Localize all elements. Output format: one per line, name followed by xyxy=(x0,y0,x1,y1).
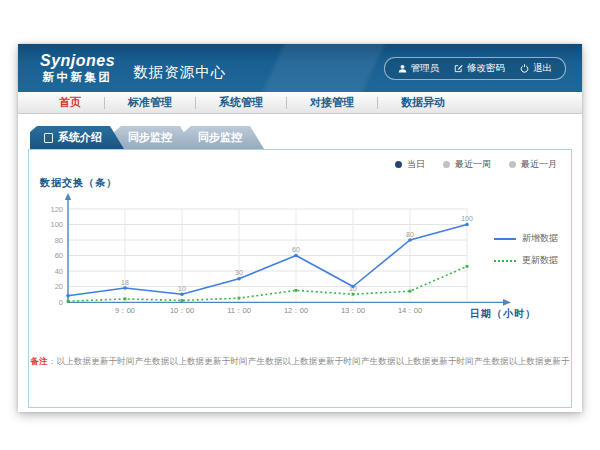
svg-text:10: 10 xyxy=(178,285,186,292)
svg-text:13：00: 13：00 xyxy=(341,306,365,315)
document-icon xyxy=(44,133,53,143)
nav-item-home[interactable]: 首页 xyxy=(36,95,104,110)
svg-text:11：00: 11：00 xyxy=(227,306,251,315)
user-icon xyxy=(398,64,407,73)
user-label: 管理员 xyxy=(411,62,440,75)
logo-cn-text: 新中新集团 xyxy=(40,71,115,83)
edit-icon xyxy=(454,64,463,73)
svg-text:40: 40 xyxy=(55,267,63,276)
nav-item-data-change[interactable]: 数据异动 xyxy=(378,95,468,110)
tab-sync-monitor-1[interactable]: 同步监控 xyxy=(114,126,194,149)
svg-text:10: 10 xyxy=(349,285,357,292)
svg-text:80: 80 xyxy=(55,236,63,245)
svg-text:60: 60 xyxy=(55,251,63,260)
radio-last-week[interactable]: 最近一周 xyxy=(443,158,491,171)
company-logo: Synjones 新中新集团 xyxy=(40,53,115,84)
tab-label: 系统介绍 xyxy=(58,130,102,145)
svg-text:0: 0 xyxy=(59,298,63,307)
legend-label: 更新数据 xyxy=(522,254,558,267)
svg-text:9：00: 9：00 xyxy=(115,306,135,315)
radio-label: 最近一周 xyxy=(455,158,491,171)
radio-today[interactable]: 当日 xyxy=(395,158,425,171)
radio-label: 当日 xyxy=(407,158,425,171)
radio-dot-icon xyxy=(395,161,402,168)
legend-item-updated-data[interactable]: 更新数据 xyxy=(494,254,558,267)
nav-item-system-mgmt[interactable]: 系统管理 xyxy=(196,95,286,110)
radio-dot-icon xyxy=(509,161,516,168)
footnote: 备注：以上数据更新于时间产生数据以上数据更新于时间产生数据以上数据更新于时间产生… xyxy=(29,356,571,368)
footnote-label: 备注 xyxy=(30,356,47,366)
svg-text:30: 30 xyxy=(235,269,243,276)
tab-sync-monitor-2[interactable]: 同步监控 xyxy=(184,126,264,149)
svg-text:120: 120 xyxy=(50,205,63,214)
chart-x-axis-title: 日期（小时） xyxy=(470,307,536,321)
svg-text:100: 100 xyxy=(461,215,473,222)
svg-text:20: 20 xyxy=(55,282,63,291)
page-title: 数据资源中心 xyxy=(133,63,226,82)
svg-text:14：00: 14：00 xyxy=(398,306,422,315)
logout-button[interactable]: 退出 xyxy=(520,62,552,75)
tab-system-intro[interactable]: 系统介绍 xyxy=(30,126,124,149)
radio-label: 最近一月 xyxy=(521,158,557,171)
change-password-button[interactable]: 修改密码 xyxy=(454,62,505,75)
nav-item-standard-mgmt[interactable]: 标准管理 xyxy=(105,95,195,110)
tab-label: 同步监控 xyxy=(128,130,172,145)
time-range-filter: 当日 最近一周 最近一月 xyxy=(395,158,557,171)
power-icon xyxy=(520,64,529,73)
legend-label: 新增数据 xyxy=(522,232,558,245)
legend-item-new-data[interactable]: 新增数据 xyxy=(494,232,558,245)
svg-text:60: 60 xyxy=(292,246,300,253)
tab-bar: 系统介绍 同步监控 同步监控 xyxy=(18,126,582,149)
page-card: Synjones 新中新集团 数据资源中心 管理员 修改密码 退出 xyxy=(18,44,582,412)
change-password-label: 修改密码 xyxy=(467,62,505,75)
tab-label: 同步监控 xyxy=(198,130,242,145)
radio-last-month[interactable]: 最近一月 xyxy=(509,158,557,171)
svg-text:10：00: 10：00 xyxy=(170,306,194,315)
main-nav: 首页 标准管理 系统管理 对接管理 数据异动 xyxy=(18,92,582,114)
svg-text:80: 80 xyxy=(406,231,414,238)
user-menu[interactable]: 管理员 xyxy=(398,62,440,75)
footnote-text: ：以上数据更新于时间产生数据以上数据更新于时间产生数据以上数据更新于时间产生数据… xyxy=(48,356,570,366)
logo-en-text: Synjones xyxy=(40,53,115,70)
green-dotted-sample-icon xyxy=(494,260,516,262)
radio-dot-icon xyxy=(443,161,450,168)
svg-text:12：00: 12：00 xyxy=(284,306,308,315)
chart-y-axis-title: 数据交换（条） xyxy=(40,176,117,190)
nav-item-interface-mgmt[interactable]: 对接管理 xyxy=(287,95,377,110)
content-panel: 当日 最近一周 最近一月 数据交换（条） 0204060801001209：00… xyxy=(28,149,572,408)
logout-label: 退出 xyxy=(533,62,552,75)
blue-line-sample-icon xyxy=(494,238,516,240)
user-toolbar: 管理员 修改密码 退出 xyxy=(384,57,567,80)
svg-text:100: 100 xyxy=(50,220,63,229)
app-header: Synjones 新中新集团 数据资源中心 管理员 修改密码 退出 xyxy=(18,44,582,92)
chart-legend: 新增数据 更新数据 xyxy=(494,232,558,267)
svg-text:18: 18 xyxy=(121,279,129,286)
